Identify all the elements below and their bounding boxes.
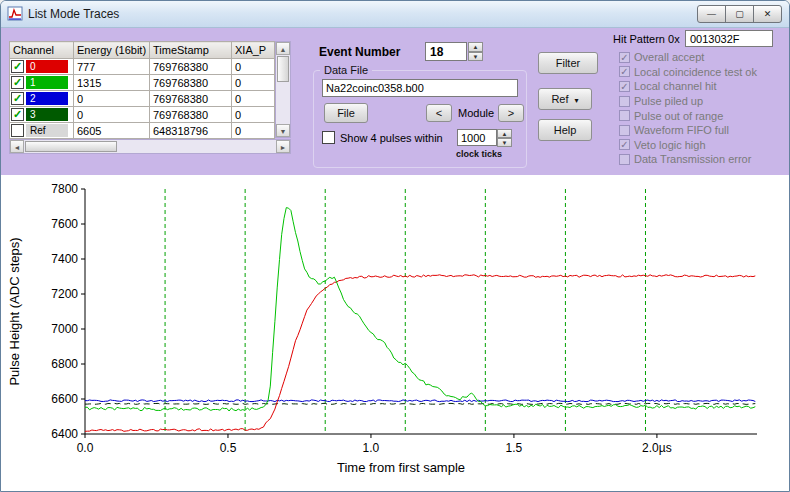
svg-text:2.0µs: 2.0µs — [642, 441, 672, 455]
show-pulses-label: Show 4 pulses within — [340, 132, 443, 144]
dropdown-arrow-icon: ▾ — [575, 96, 579, 105]
channel-cell: ✓1 — [10, 75, 74, 91]
clock-ticks-spinner[interactable]: ▲ ▼ — [497, 129, 512, 146]
flag-checkbox: ✓ — [619, 81, 630, 92]
table-row: ✓07777697683800 — [10, 59, 275, 75]
table-row: ✓307697683800 — [10, 107, 275, 123]
clock-ticks-input[interactable]: 1000 — [457, 129, 497, 146]
svg-text:Pulse Height (ADC steps): Pulse Height (ADC steps) — [7, 237, 22, 385]
scroll-left-icon[interactable]: ◄ — [10, 140, 24, 153]
flag-label: Waveform FIFO full — [634, 124, 729, 136]
table-cell-xia: 0 — [232, 107, 275, 123]
table-cell-timestamp: 769768380 — [150, 107, 232, 123]
pulse-trace-chart: 640066006800700072007400760078000.00.51.… — [1, 175, 789, 491]
table-row: ✓113157697683800 — [10, 75, 275, 91]
control-panel: ChannelEnergy (16bit)TimeStampXIA_P ✓077… — [1, 28, 789, 175]
flag-checkbox: ✓ — [619, 66, 630, 77]
event-number-label: Event Number — [319, 45, 400, 59]
window: List Mode Traces — ▢ ✕ ChannelEnergy (16… — [0, 0, 790, 492]
hit-flag: ✓Veto logic high — [619, 138, 757, 153]
module-next-button[interactable]: > — [498, 104, 524, 122]
flag-label: Veto logic high — [634, 139, 706, 151]
trace-channel-3 — [85, 403, 755, 404]
spinner-down-icon[interactable]: ▼ — [468, 52, 483, 62]
column-header[interactable]: Energy (16bit) — [74, 42, 150, 59]
table-cell-timestamp: 769768380 — [150, 91, 232, 107]
column-header[interactable]: XIA_P — [232, 42, 275, 59]
horizontal-scroll-thumb[interactable] — [25, 141, 117, 152]
file-button[interactable]: File — [324, 103, 368, 123]
data-file-group-label: Data File — [320, 64, 372, 76]
event-number-input[interactable]: 18 — [425, 42, 467, 61]
channel-checkbox[interactable] — [11, 124, 24, 137]
scroll-up-icon[interactable]: ▲ — [276, 42, 290, 55]
show-pulses-checkbox[interactable] — [322, 131, 335, 144]
module-label: Module — [458, 107, 494, 119]
channel-checkbox[interactable]: ✓ — [11, 108, 24, 121]
svg-text:Time from first sample: Time from first sample — [337, 460, 465, 475]
table-horizontal-scrollbar[interactable]: ◄ ► — [9, 139, 291, 154]
flag-label: Pulse piled up — [634, 95, 703, 107]
channel-checkbox[interactable]: ✓ — [11, 76, 24, 89]
minimize-button[interactable]: — — [697, 5, 726, 23]
scroll-down-icon[interactable]: ▼ — [276, 124, 290, 137]
hit-flag: Pulse out of range — [619, 108, 757, 123]
spinner-up-icon[interactable]: ▲ — [497, 129, 512, 138]
channel-cell: Ref — [10, 123, 74, 139]
ref-button[interactable]: Ref▾ — [538, 88, 592, 110]
flag-label: Overall accept — [634, 51, 704, 63]
data-file-group: Data File Na22coinc0358.b00 File < Modul… — [313, 64, 527, 168]
trace-channel-1 — [85, 208, 755, 411]
spinner-up-icon[interactable]: ▲ — [468, 42, 483, 52]
flag-label: Data Transmission error — [634, 153, 751, 165]
table-cell-energy: 777 — [74, 59, 150, 75]
channel-cell: ✓0 — [10, 59, 74, 75]
channel-table: ChannelEnergy (16bit)TimeStampXIA_P ✓077… — [9, 41, 291, 154]
channel-chip: 1 — [26, 76, 68, 89]
svg-text:6600: 6600 — [51, 392, 78, 406]
svg-text:7600: 7600 — [51, 217, 78, 231]
trace-channel-2 — [85, 400, 755, 402]
flag-checkbox: ✓ — [619, 52, 630, 63]
table-cell-energy: 0 — [74, 107, 150, 123]
hit-pattern-value[interactable]: 0013032F — [685, 30, 773, 47]
hit-flag: ✓Overall accept — [619, 50, 757, 65]
hit-flag: ✓Local coincidence test ok — [619, 65, 757, 80]
column-header[interactable]: Channel — [10, 42, 74, 59]
hit-flag: Waveform FIFO full — [619, 123, 757, 138]
table-cell-xia: 0 — [232, 59, 275, 75]
filter-button[interactable]: Filter — [538, 52, 598, 74]
data-file-input[interactable]: Na22coinc0358.b00 — [322, 79, 518, 97]
svg-text:0.5: 0.5 — [220, 441, 237, 455]
table-row: ✓207697683800 — [10, 91, 275, 107]
flag-label: Pulse out of range — [634, 110, 723, 122]
event-number-spinner[interactable]: ▲ ▼ — [468, 42, 483, 61]
help-button[interactable]: Help — [538, 119, 592, 141]
table-cell-xia: 0 — [232, 75, 275, 91]
channel-checkbox[interactable]: ✓ — [11, 60, 24, 73]
close-button[interactable]: ✕ — [753, 5, 782, 23]
svg-text:7800: 7800 — [51, 182, 78, 196]
vertical-scroll-thumb[interactable] — [277, 56, 289, 82]
svg-text:7000: 7000 — [51, 322, 78, 336]
svg-text:1.5: 1.5 — [506, 441, 523, 455]
titlebar[interactable]: List Mode Traces — ▢ ✕ — [1, 1, 789, 28]
channel-table-grid: ChannelEnergy (16bit)TimeStampXIA_P ✓077… — [9, 41, 275, 139]
scroll-right-icon[interactable]: ► — [276, 140, 290, 153]
module-prev-button[interactable]: < — [426, 104, 452, 122]
hit-pattern-label: Hit Pattern 0x — [613, 33, 680, 45]
svg-text:1.0: 1.0 — [363, 441, 380, 455]
svg-text:0.0: 0.0 — [77, 441, 94, 455]
window-title: List Mode Traces — [28, 7, 119, 21]
table-vertical-scrollbar[interactable]: ▲ ▼ — [275, 41, 291, 138]
flag-checkbox — [619, 96, 630, 107]
hit-flag: Data Transmission error — [619, 152, 757, 167]
flag-checkbox — [619, 154, 630, 165]
spinner-down-icon[interactable]: ▼ — [497, 138, 512, 147]
flag-label: Local coincidence test ok — [634, 66, 757, 78]
channel-checkbox[interactable]: ✓ — [11, 92, 24, 105]
column-header[interactable]: TimeStamp — [150, 42, 232, 59]
channel-chip: 3 — [26, 108, 68, 121]
table-cell-energy: 0 — [74, 91, 150, 107]
maximize-button[interactable]: ▢ — [725, 5, 754, 23]
